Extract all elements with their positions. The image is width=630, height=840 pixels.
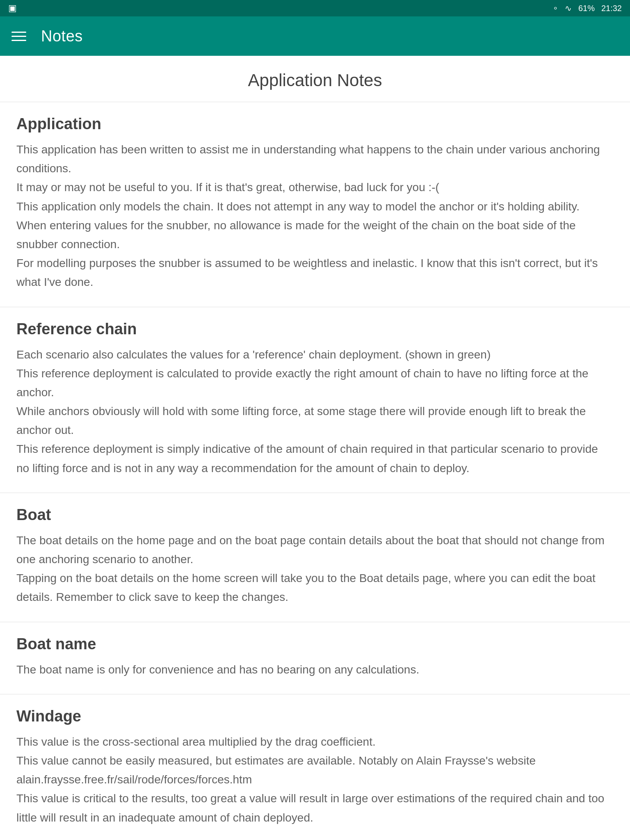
bluetooth-icon: ∘ bbox=[553, 3, 558, 13]
app-title: Notes bbox=[41, 27, 83, 45]
status-bar-right: ∘ ∿ 61% 21:32 bbox=[553, 3, 622, 13]
section-heading-application: Application bbox=[16, 115, 614, 133]
section-heading-reference-chain: Reference chain bbox=[16, 320, 614, 338]
time-display: 21:32 bbox=[601, 4, 622, 13]
status-bar: ▣ ∘ ∿ 61% 21:32 bbox=[0, 0, 630, 16]
section-body-boat: The boat details on the home page and on… bbox=[16, 531, 614, 607]
section-reference-chain: Reference chainEach scenario also calcul… bbox=[0, 307, 630, 493]
menu-button[interactable] bbox=[11, 32, 26, 41]
section-heading-windage: Windage bbox=[16, 708, 614, 725]
page-title: Application Notes bbox=[16, 71, 614, 90]
section-boat: BoatThe boat details on the home page an… bbox=[0, 493, 630, 622]
section-heading-boat-name: Boat name bbox=[16, 635, 614, 653]
content-area: Application Notes ApplicationThis applic… bbox=[0, 56, 630, 840]
sections-container: ApplicationThis application has been wri… bbox=[0, 102, 630, 840]
section-body-windage: This value is the cross-sectional area m… bbox=[16, 733, 614, 827]
wifi-icon: ∿ bbox=[565, 3, 572, 13]
status-bar-left: ▣ bbox=[8, 3, 17, 14]
section-body-reference-chain: Each scenario also calculates the values… bbox=[16, 345, 614, 478]
section-body-application: This application has been written to ass… bbox=[16, 140, 614, 292]
page-title-section: Application Notes bbox=[0, 56, 630, 102]
section-heading-boat: Boat bbox=[16, 506, 614, 524]
section-body-boat-name: The boat name is only for convenience an… bbox=[16, 660, 614, 679]
app-bar: Notes bbox=[0, 16, 630, 56]
section-windage: WindageThis value is the cross-sectional… bbox=[0, 694, 630, 840]
section-boat-name: Boat nameThe boat name is only for conve… bbox=[0, 622, 630, 694]
section-application: ApplicationThis application has been wri… bbox=[0, 102, 630, 307]
battery-level: 61% bbox=[578, 4, 595, 13]
screen-icon: ▣ bbox=[8, 3, 17, 14]
